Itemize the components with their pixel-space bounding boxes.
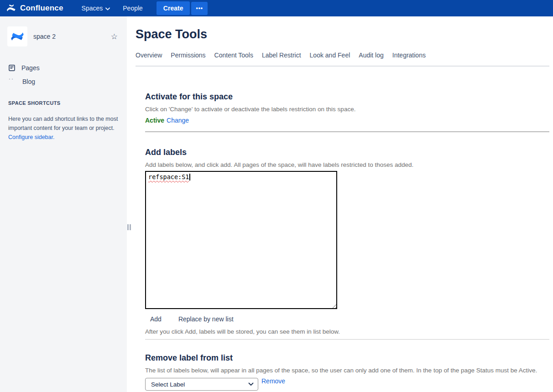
create-button[interactable]: Create — [157, 1, 190, 15]
tab-look-and-feel[interactable]: Look and Feel — [310, 52, 350, 59]
tab-overview[interactable]: Overview — [136, 52, 162, 59]
favorite-star-icon[interactable]: ☆ — [110, 32, 119, 41]
remove-label-heading: Remove label from list — [145, 353, 549, 363]
section-divider — [145, 339, 549, 340]
space-name-link[interactable]: space 2 — [33, 33, 56, 40]
main-content: Space Tools Overview Permissions Content… — [127, 16, 553, 392]
add-labels-description: Add labels below, and click add. All pag… — [145, 161, 549, 168]
configure-sidebar-link[interactable]: Configure sidebar. — [8, 134, 54, 140]
status-active-badge: Active — [145, 117, 164, 124]
blog-quote-icon: ” — [8, 79, 16, 85]
remove-label-description: The list of labels below, will appear in… — [145, 367, 549, 374]
confluence-space-logo-icon — [10, 30, 24, 43]
sidebar-resize-handle[interactable] — [126, 223, 132, 231]
add-button[interactable]: Add — [150, 315, 162, 323]
tab-permissions[interactable]: Permissions — [171, 52, 205, 59]
tab-integrations[interactable]: Integrations — [392, 52, 426, 59]
label-select[interactable]: Select Label — [145, 378, 258, 391]
textarea-value: refspace:S1 — [148, 173, 189, 181]
space-header: space 2 ☆ — [0, 26, 127, 46]
change-link[interactable]: Change — [167, 117, 189, 124]
remove-link[interactable]: Remove — [261, 377, 285, 385]
add-labels-heading: Add labels — [145, 148, 549, 157]
section-divider — [145, 131, 549, 132]
sidebar-item-label: Pages — [21, 64, 40, 72]
space-tools-tabs: Overview Permissions Content Tools Label… — [136, 52, 549, 67]
confluence-logo-icon — [6, 3, 16, 13]
add-labels-section: Add labels Add labels below, and click a… — [145, 148, 549, 335]
add-labels-textarea[interactable]: refspace:S1 — [145, 171, 337, 309]
spaces-menu[interactable]: Spaces — [75, 0, 117, 16]
text-cursor — [189, 174, 190, 181]
page-title: Space Tools — [136, 27, 549, 41]
replace-by-new-list-button[interactable]: Replace by new list — [178, 315, 234, 323]
textarea-resize-handle[interactable] — [331, 303, 336, 308]
space-avatar — [7, 26, 27, 46]
confluence-home-link[interactable]: Confluence — [6, 3, 63, 13]
remove-label-section: Remove label from list The list of label… — [145, 353, 549, 391]
space-shortcuts-text: Here you can add shortcut links to the m… — [8, 116, 118, 131]
pages-icon — [8, 64, 16, 72]
brand-name: Confluence — [20, 4, 63, 13]
space-shortcuts-description: Here you can add shortcut links to the m… — [8, 114, 119, 142]
space-shortcuts-heading: SPACE SHORTCUTS — [8, 100, 119, 106]
activate-heading: Activate for this space — [145, 92, 549, 102]
activate-description: Click on 'Change' to activate or deactiv… — [145, 106, 549, 113]
activate-section: Activate for this space Click on 'Change… — [145, 92, 549, 124]
space-sidebar: space 2 ☆ Pages ” Blog SPACE SHORTCUTS H… — [0, 16, 127, 392]
sidebar-item-blog[interactable]: ” Blog — [0, 75, 127, 88]
add-labels-footer: After you click Add, labels will be stor… — [145, 328, 549, 335]
more-actions-button[interactable]: ••• — [191, 2, 208, 15]
tab-audit-log[interactable]: Audit log — [359, 52, 383, 59]
spaces-menu-label: Spaces — [82, 5, 103, 12]
sidebar-nav: Pages ” Blog — [0, 61, 127, 88]
top-navigation-bar: Confluence Spaces People Create ••• — [0, 0, 553, 16]
sidebar-item-pages[interactable]: Pages — [0, 61, 127, 75]
people-menu-label: People — [123, 5, 143, 12]
people-menu[interactable]: People — [116, 0, 149, 16]
chevron-down-icon — [105, 6, 110, 10]
sidebar-item-label: Blog — [22, 78, 35, 85]
tab-label-restrict[interactable]: Label Restrict — [262, 52, 301, 59]
tab-content-tools[interactable]: Content Tools — [214, 52, 253, 59]
